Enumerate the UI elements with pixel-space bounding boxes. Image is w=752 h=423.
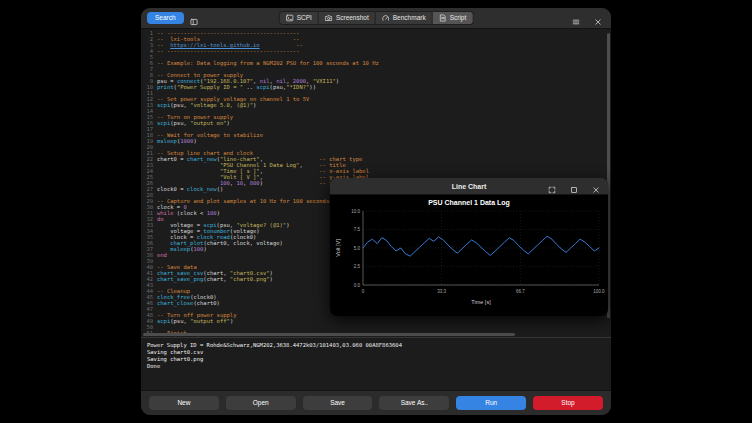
new-button[interactable]: New bbox=[149, 396, 219, 410]
console-output: Power Supply ID = Rohde&Schwarz,NGM202,3… bbox=[141, 337, 611, 390]
chart-window: Line Chart PSU Channel 1 Data Log 0.02.5… bbox=[330, 178, 608, 316]
screenshot-icon bbox=[325, 14, 333, 22]
mode-tab-group: SCPI Screenshot Benchmark Script bbox=[279, 11, 474, 25]
console-line: Done bbox=[147, 363, 605, 370]
svg-text:10.0: 10.0 bbox=[351, 209, 360, 214]
menu-button[interactable] bbox=[570, 12, 582, 24]
panel-toggle-button[interactable] bbox=[188, 12, 200, 24]
tab-benchmark[interactable]: Benchmark bbox=[376, 11, 433, 25]
stop-button[interactable]: Stop bbox=[533, 396, 603, 410]
svg-text:Time [s]: Time [s] bbox=[471, 299, 491, 305]
chart-window-titlebar[interactable]: Line Chart bbox=[330, 178, 608, 195]
window-controls bbox=[566, 12, 604, 24]
search-button[interactable]: Search bbox=[147, 12, 184, 24]
console-line: Power Supply ID = Rohde&Schwarz,NGM202,3… bbox=[147, 342, 605, 349]
line-number: 52 bbox=[141, 336, 157, 337]
chart-body: PSU Channel 1 Data Log 0.02.55.07.510.00… bbox=[330, 195, 608, 316]
script-icon bbox=[439, 14, 447, 22]
save-as-button[interactable]: Save As.. bbox=[379, 396, 449, 410]
fullscreen-icon bbox=[548, 182, 556, 190]
code-line: 52print("Done") bbox=[141, 336, 611, 337]
svg-text:0.0: 0.0 bbox=[354, 283, 361, 288]
tab-script[interactable]: Script bbox=[433, 11, 474, 25]
tab-label: SCPI bbox=[297, 15, 312, 22]
desktop: { "header": { "search_label": "Search", … bbox=[0, 0, 752, 423]
editor-hscrollbar[interactable] bbox=[143, 333, 515, 336]
console-line: Saving chart0.csv bbox=[147, 349, 605, 356]
panel-toggle-icon bbox=[190, 14, 198, 22]
svg-text:Volt [V]: Volt [V] bbox=[335, 239, 341, 257]
console-line: Saving chart0.png bbox=[147, 356, 605, 363]
svg-text:100.0: 100.0 bbox=[593, 289, 605, 294]
hamburger-menu-icon bbox=[572, 14, 580, 22]
tab-scpi[interactable]: SCPI bbox=[279, 11, 319, 25]
svg-text:7.5: 7.5 bbox=[354, 227, 361, 232]
footer-toolbar: New Open Save Save As.. Run Stop bbox=[141, 390, 611, 415]
window-close-button[interactable] bbox=[592, 12, 604, 24]
save-button[interactable]: Save bbox=[303, 396, 373, 410]
tab-label: Script bbox=[450, 15, 467, 22]
benchmark-icon bbox=[382, 14, 390, 22]
svg-text:5.0: 5.0 bbox=[354, 246, 361, 251]
run-button[interactable]: Run bbox=[456, 396, 526, 410]
chart-close-button[interactable] bbox=[590, 180, 602, 192]
svg-text:0: 0 bbox=[362, 289, 365, 294]
svg-text:66.7: 66.7 bbox=[516, 289, 525, 294]
close-icon bbox=[592, 182, 600, 190]
line-chart-svg: 0.02.55.07.510.0033.366.7100.0Time [s]Vo… bbox=[333, 207, 605, 307]
chart-window-title: Line Chart bbox=[452, 183, 487, 190]
tab-screenshot[interactable]: Screenshot bbox=[319, 11, 376, 25]
svg-text:2.5: 2.5 bbox=[354, 264, 361, 269]
tab-label: Benchmark bbox=[393, 15, 426, 22]
chart-plot-title: PSU Channel 1 Data Log bbox=[333, 199, 605, 206]
chart-detach-button[interactable] bbox=[568, 180, 580, 192]
open-button[interactable]: Open bbox=[226, 396, 296, 410]
scpi-icon bbox=[286, 14, 294, 22]
detach-window-icon bbox=[570, 182, 578, 190]
svg-text:33.3: 33.3 bbox=[437, 289, 446, 294]
chart-window-controls bbox=[542, 180, 602, 192]
close-icon bbox=[594, 14, 602, 22]
tab-label: Screenshot bbox=[336, 15, 369, 22]
titlebar: Search SCPI Screenshot bbox=[141, 8, 611, 29]
chart-fullscreen-button[interactable] bbox=[546, 180, 558, 192]
